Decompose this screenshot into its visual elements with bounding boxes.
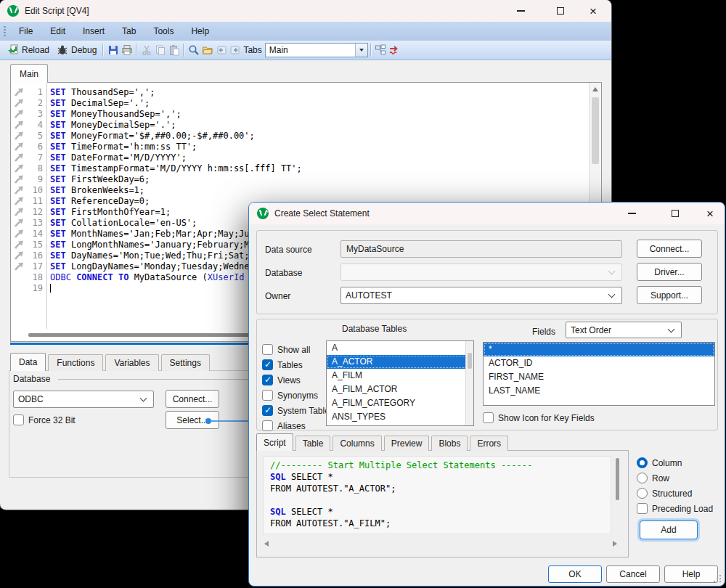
dialog-close-button[interactable]: × xyxy=(694,203,726,224)
close-button[interactable]: × xyxy=(577,0,609,22)
bottom-tab[interactable]: Variables xyxy=(105,354,158,371)
script-tab-main[interactable]: Main xyxy=(10,64,48,83)
field-order-combo[interactable]: Text Order xyxy=(566,322,682,338)
owner-combo[interactable]: AUTOTEST xyxy=(340,287,622,304)
script-line[interactable]: 1 SET ThousandSep=','; xyxy=(11,87,588,98)
forward-button[interactable] xyxy=(229,44,241,57)
checkbox-box[interactable] xyxy=(637,503,648,514)
result-tab[interactable]: Preview xyxy=(384,436,430,451)
bottom-tab[interactable]: Functions xyxy=(48,354,103,371)
dialog-minimize-button[interactable] xyxy=(616,203,648,224)
minimize-button[interactable] xyxy=(505,0,537,22)
database-type-combo[interactable]: ODBC xyxy=(13,391,154,408)
checkbox-box[interactable] xyxy=(262,344,273,355)
cancel-button[interactable]: Cancel xyxy=(606,565,660,583)
script-line[interactable]: 5 SET MoneyFormat='$#,##0.00;-$#,##0.00'… xyxy=(11,131,588,142)
load-mode-radio[interactable]: Row xyxy=(637,470,692,486)
table-list-item[interactable]: A_FILM_ACTOR xyxy=(327,383,473,396)
menu-item[interactable]: Tools xyxy=(144,22,182,41)
result-tab[interactable]: Script xyxy=(256,433,293,451)
radio-dot[interactable] xyxy=(637,457,648,468)
menu-item[interactable]: Insert xyxy=(74,22,113,41)
script-line[interactable]: 3 SET MoneyThousandSep=','; xyxy=(11,109,588,120)
sql-horizontal-scrollbar[interactable] xyxy=(263,539,619,550)
radio-dot[interactable] xyxy=(637,473,648,483)
filter-checkbox[interactable]: Tables xyxy=(262,357,334,372)
preceding-load-checkbox[interactable]: Preceding Load xyxy=(637,503,713,514)
scroll-left-arrow-icon[interactable] xyxy=(264,541,269,547)
reload-button[interactable]: Reload xyxy=(4,43,53,57)
table-list-item[interactable]: B xyxy=(327,424,473,426)
resize-grip[interactable] xyxy=(713,574,722,583)
filter-checkbox[interactable]: Aliases xyxy=(262,418,334,433)
script-line[interactable]: 6 SET TimeFormat='h:mm:ss TT'; xyxy=(11,142,588,152)
driver-button[interactable]: Driver... xyxy=(637,263,702,281)
force-32bit-checkbox[interactable]: Force 32 Bit xyxy=(13,415,76,425)
print-button[interactable] xyxy=(121,44,133,57)
debug-button[interactable]: Debug xyxy=(53,43,100,57)
sql-vertical-scrollbar-thumb[interactable] xyxy=(616,458,619,500)
scrollbar-thumb[interactable] xyxy=(592,97,599,164)
menu-item[interactable]: File xyxy=(10,22,41,41)
combo-dropdown-button[interactable] xyxy=(355,44,367,57)
script-line[interactable]: 9 SET FirstWeekDay=6; xyxy=(11,174,588,185)
script-line[interactable]: 8 SET TimestampFormat='M/D/YYYY h:mm:ss[… xyxy=(11,163,588,174)
load-mode-radio[interactable]: Column xyxy=(637,455,692,470)
script-line[interactable]: 4 SET MoneyDecimalSep='.'; xyxy=(11,120,588,131)
radio-dot[interactable] xyxy=(637,488,648,499)
result-tab[interactable]: Blobs xyxy=(431,436,468,451)
table-list-item[interactable]: A_ACTOR xyxy=(327,355,473,369)
field-list-item[interactable]: * xyxy=(484,343,714,356)
checkbox-box[interactable] xyxy=(262,405,273,416)
checkbox-box[interactable] xyxy=(262,390,273,401)
script-line[interactable]: 7 SET DateFormat='M/D/YYYY'; xyxy=(11,152,588,163)
checkbox-box[interactable] xyxy=(262,420,273,431)
field-list-item[interactable]: FIRST_NAME xyxy=(484,370,714,384)
table-list-item[interactable]: A xyxy=(327,341,473,355)
script-line[interactable]: 2 SET DecimalSep='.'; xyxy=(11,98,588,109)
dialog-title-bar[interactable]: Create Select Statement × xyxy=(249,203,725,224)
load-mode-radio[interactable]: Structured xyxy=(637,486,692,501)
find-button[interactable] xyxy=(187,44,200,57)
scrollbar-thumb[interactable] xyxy=(468,353,472,369)
bottom-tab[interactable]: Data xyxy=(10,353,46,371)
help-button[interactable]: Help xyxy=(664,565,718,583)
checkbox-box[interactable] xyxy=(13,415,24,425)
checkbox-box[interactable] xyxy=(262,375,273,385)
paste-button[interactable] xyxy=(168,44,180,57)
cut-button[interactable] xyxy=(140,44,152,57)
add-button[interactable]: Add xyxy=(640,520,698,539)
save-button[interactable] xyxy=(107,44,119,57)
sql-preview-area[interactable]: //-------- Start Multiple Select Stateme… xyxy=(263,456,611,534)
script-line[interactable]: 10 SET BrokenWeeks=1; xyxy=(11,185,588,196)
menu-item[interactable]: Edit xyxy=(41,22,74,41)
result-tab[interactable]: Errors xyxy=(470,436,508,451)
bottom-tab[interactable]: Settings xyxy=(161,354,210,371)
scroll-right-arrow-icon[interactable] xyxy=(613,541,617,547)
filter-checkbox[interactable]: Synonyms xyxy=(262,388,334,403)
field-list-item[interactable]: ACTOR_ID xyxy=(484,356,714,370)
dialog-maximize-button[interactable] xyxy=(659,203,691,224)
menu-item[interactable]: Tab xyxy=(113,22,144,41)
checkbox-box[interactable] xyxy=(483,412,494,423)
open-folder-button[interactable] xyxy=(201,44,213,57)
table-viewer-button[interactable] xyxy=(375,44,387,57)
checkbox-box[interactable] xyxy=(262,359,273,370)
scroll-up-arrow-icon[interactable] xyxy=(592,87,598,91)
fields-list[interactable]: *ACTOR_IDFIRST_NAMELAST_NAME xyxy=(483,342,715,406)
connect-button-main[interactable]: Connect... xyxy=(166,390,219,408)
table-list-item[interactable]: ANSI_TYPES xyxy=(327,410,473,424)
result-tab[interactable]: Columns xyxy=(333,436,381,451)
result-tab[interactable]: Table xyxy=(295,436,331,451)
table-list-item[interactable]: A_FILM_CATEGORY xyxy=(327,396,473,410)
filter-checkbox[interactable]: System Tables xyxy=(262,403,334,418)
database-tables-list[interactable]: AA_ACTORA_FILMA_FILM_ACTORA_FILM_CATEGOR… xyxy=(326,340,474,426)
filter-checkbox[interactable]: Show all xyxy=(262,342,334,357)
copy-button[interactable] xyxy=(154,44,166,57)
support-button[interactable]: Support... xyxy=(637,286,702,304)
tables-list-scrollbar[interactable] xyxy=(465,341,473,425)
back-button[interactable] xyxy=(215,44,227,57)
connect-button[interactable]: Connect... xyxy=(637,240,702,258)
key-fields-checkbox[interactable]: Show Icon for Key Fields xyxy=(483,412,595,423)
syntax-check-button[interactable] xyxy=(388,44,401,57)
